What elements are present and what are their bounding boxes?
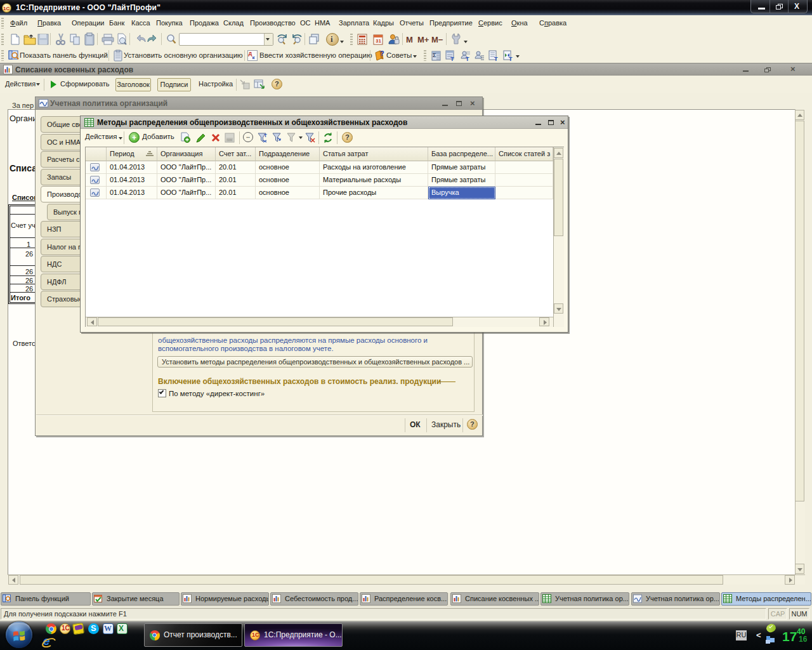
svg-text:T: T [509, 56, 513, 62]
svg-text:T: T [494, 56, 498, 62]
svg-text:Σ: Σ [433, 52, 436, 58]
svg-text:T: T [466, 56, 469, 62]
svg-text:T: T [450, 56, 454, 62]
svg-text:пом: пом [226, 138, 232, 142]
svg-text:31: 31 [376, 38, 381, 44]
svg-text:?: ? [380, 50, 384, 57]
svg-text:T: T [264, 133, 267, 138]
